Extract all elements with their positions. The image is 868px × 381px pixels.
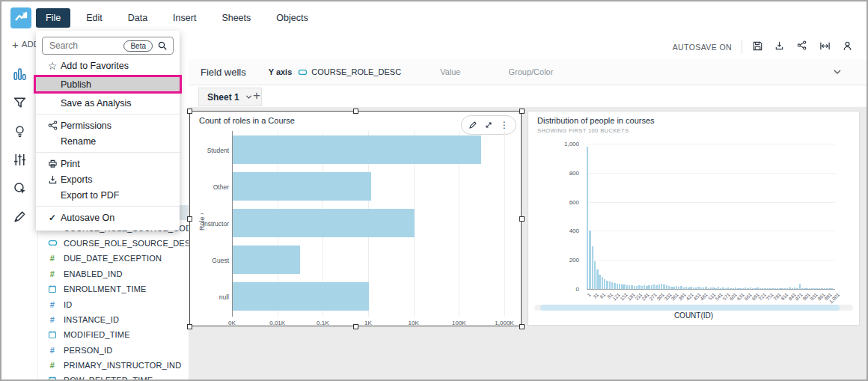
menu-item-label: Add to Favorites: [61, 61, 129, 71]
number-dimension-icon: #: [47, 300, 58, 309]
menu-item-rename[interactable]: Rename: [36, 134, 180, 148]
histogram-bar[interactable]: [611, 282, 613, 289]
resize-handle-bottom-right[interactable]: [519, 324, 525, 329]
menu-item-publish[interactable]: Publish: [36, 75, 180, 94]
menu-divider: [36, 206, 180, 207]
file-dropdown-menu: Beta ☆Add to FavoritesPublishSave as Ana…: [36, 31, 180, 231]
scrollbar-thumb[interactable]: [540, 305, 840, 311]
x-tick-label: 61: [599, 292, 606, 299]
histogram-bar[interactable]: [589, 231, 590, 289]
number-dimension-icon: #: [47, 315, 58, 324]
histogram-bar[interactable]: [602, 277, 603, 289]
menu-item-autosave-on[interactable]: ✓Autosave On: [36, 210, 180, 225]
menu-insert[interactable]: Insert: [163, 8, 206, 28]
histogram-bar[interactable]: [619, 284, 620, 289]
menu-item-print[interactable]: Print: [36, 156, 180, 171]
user-icon[interactable]: [842, 40, 855, 53]
bar-null[interactable]: [233, 282, 369, 311]
resize-handle-top-center[interactable]: [353, 109, 358, 114]
collapse-field-wells-chevron-icon[interactable]: [832, 67, 843, 77]
menu-sheets[interactable]: Sheets: [212, 8, 260, 28]
quicksight-logo-icon[interactable]: [10, 7, 31, 28]
tool-insights[interactable]: [10, 122, 28, 140]
bar-student[interactable]: [233, 135, 481, 164]
field-item-row-deleted-time[interactable]: ROW_DELETED_TIME: [37, 373, 189, 380]
menu-edit[interactable]: Edit: [76, 8, 112, 28]
histogram-bar[interactable]: [799, 284, 801, 289]
resize-handle-bottom-left[interactable]: [187, 324, 192, 329]
field-item-enabled-ind[interactable]: #ENABLED_IND: [37, 266, 189, 281]
menu-item-save-as-analysis[interactable]: Save as Analysis: [36, 96, 180, 110]
add-sheet-button[interactable]: +: [253, 88, 260, 103]
histogram-bar[interactable]: [606, 281, 608, 289]
histogram-bar[interactable]: [661, 284, 662, 289]
share-icon[interactable]: [797, 40, 810, 53]
y-axis-field-pill[interactable]: COURSE_ROLE_DESC: [298, 67, 401, 77]
tool-filter[interactable]: [10, 94, 28, 112]
histogram-bar[interactable]: [587, 147, 588, 289]
resize-handle-mid-left[interactable]: [187, 216, 192, 222]
menu-data[interactable]: Data: [118, 8, 157, 28]
maximize-icon[interactable]: [484, 121, 493, 129]
funnel-icon: [13, 96, 27, 110]
menu-item-label: Permissions: [61, 121, 111, 131]
histogram-bar[interactable]: [596, 269, 598, 289]
sheet-tab-active[interactable]: Sheet 1: [198, 88, 262, 106]
field-item-instance-id[interactable]: #INSTANCE_ID: [37, 312, 189, 327]
tool-visualize[interactable]: [10, 65, 28, 83]
field-item-due-date-exception[interactable]: #DUE_DATE_EXCEPTION: [37, 251, 189, 266]
edit-pencil-icon[interactable]: [468, 121, 477, 129]
histogram-bar[interactable]: [592, 246, 593, 289]
resize-handle-bottom-center[interactable]: [353, 324, 358, 329]
tool-parameters[interactable]: [10, 150, 28, 168]
field-wells-bar[interactable]: Field wells Y axis COURSE_ROLE_DESC Valu…: [189, 59, 867, 85]
tool-themes[interactable]: [10, 207, 28, 225]
field-item-modified-time[interactable]: MODIFIED_TIME: [37, 327, 189, 342]
bar-other[interactable]: [233, 172, 371, 201]
menu-item-permissions[interactable]: Permissions: [36, 118, 180, 132]
sliders-icon: [13, 153, 27, 167]
menu-item-label: Rename: [61, 136, 96, 147]
field-item-enrollment-time[interactable]: ENROLLMENT_TIME: [37, 281, 189, 296]
tool-actions[interactable]: [10, 179, 28, 197]
bar-guest[interactable]: [233, 246, 300, 274]
histogram-bar[interactable]: [609, 281, 611, 289]
histogram-bar[interactable]: [604, 279, 605, 289]
menu-item-exports[interactable]: Exports: [36, 172, 180, 186]
export-download-icon[interactable]: [774, 40, 787, 53]
resize-handle-mid-right[interactable]: [519, 216, 525, 222]
y-tick-label: 0: [534, 286, 579, 293]
menu-item-export-to-pdf[interactable]: Export to PDF: [36, 188, 180, 202]
category-label: null: [195, 293, 229, 301]
histogram-bars: [587, 144, 835, 289]
visual-menu-dots-icon[interactable]: ⋮: [500, 121, 509, 129]
save-icon[interactable]: [752, 40, 765, 53]
histogram-bar[interactable]: [599, 275, 600, 289]
visual-bar-chart[interactable]: Count of roles in a Course ⋮ Role › Stud…: [189, 111, 522, 326]
menu-search-box[interactable]: Beta: [42, 37, 174, 55]
histogram-bar[interactable]: [594, 261, 596, 289]
group-color-well-label[interactable]: Group/Color: [508, 67, 553, 76]
field-item-id[interactable]: #ID: [37, 296, 189, 311]
search-input[interactable]: [48, 40, 119, 52]
export-download-icon: [46, 174, 59, 184]
x-axis-scrollbar[interactable]: [534, 305, 853, 311]
field-item-primary-instructor-ind[interactable]: #PRIMARY_INSTRUCTOR_IND: [37, 358, 189, 373]
visual-histogram[interactable]: Distribution of people in courses SHOWIN…: [528, 111, 860, 326]
menu-objects[interactable]: Objects: [266, 8, 317, 28]
resize-handle-top-left[interactable]: [187, 109, 192, 114]
fit-width-icon[interactable]: [819, 40, 832, 53]
check-icon: ✓: [46, 213, 59, 223]
histogram-bar[interactable]: [617, 284, 618, 289]
field-item-course-role-source-desc[interactable]: COURSE_ROLE_SOURCE_DESC: [37, 236, 189, 251]
field-item-person-id[interactable]: #PERSON_ID: [37, 343, 189, 358]
resize-handle-top-right[interactable]: [519, 109, 525, 114]
menu-item-add-to-favorites[interactable]: ☆Add to Favorites: [36, 58, 180, 73]
histogram-bar[interactable]: [614, 283, 615, 289]
autosave-status: AUTOSAVE ON: [673, 43, 732, 52]
menu-divider: [36, 152, 180, 153]
value-well-label[interactable]: Value: [440, 67, 460, 76]
bar-instructor[interactable]: [233, 209, 415, 237]
field-name: INSTANCE_ID: [64, 315, 119, 324]
menu-file[interactable]: File: [36, 8, 70, 28]
